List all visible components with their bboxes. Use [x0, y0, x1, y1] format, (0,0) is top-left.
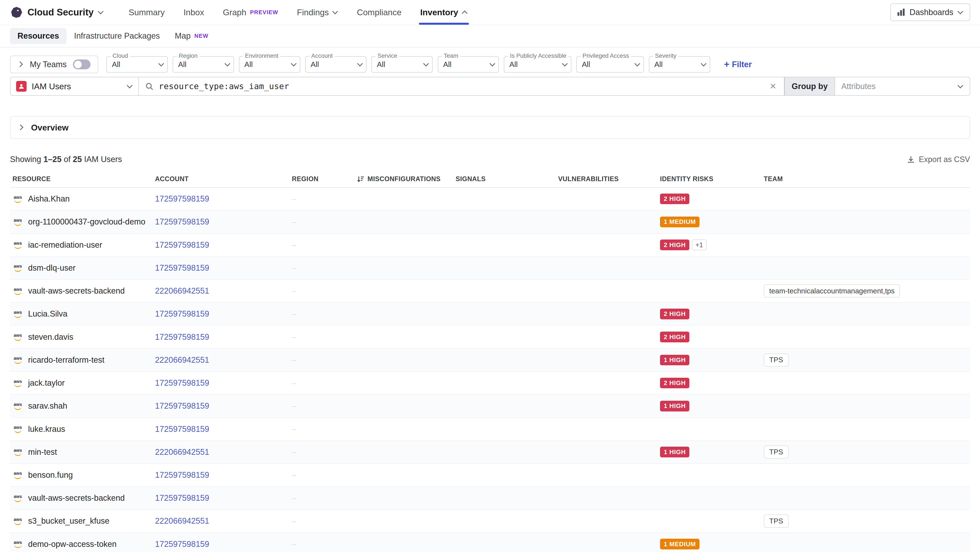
- table-row[interactable]: awsorg-1100000437-govcloud-demo172597598…: [10, 211, 970, 233]
- my-teams-control[interactable]: My Teams: [10, 56, 99, 73]
- resource-name[interactable]: s3_bucket_user_kfuse: [28, 516, 110, 526]
- add-filter-button[interactable]: + Filter: [724, 59, 752, 70]
- table-row[interactable]: awsricardo-terraform-test222066942551–1 …: [10, 349, 970, 372]
- nav-item-inbox[interactable]: Inbox: [183, 0, 204, 25]
- account-link[interactable]: 172597598159: [155, 217, 209, 227]
- account-link[interactable]: 172597598159: [155, 401, 209, 410]
- account-link[interactable]: 172597598159: [155, 424, 209, 434]
- column-header-team[interactable]: TEAM: [761, 175, 970, 183]
- account-link[interactable]: 222066942551: [155, 447, 209, 457]
- table-row[interactable]: awsvault-aws-secrets-backend222066942551…: [10, 280, 970, 303]
- identity-risk-badge[interactable]: 2 HIGH: [660, 378, 689, 388]
- identity-risk-badge[interactable]: 1 MEDIUM: [660, 539, 700, 549]
- identity-risk-badge[interactable]: 2 HIGH: [660, 309, 689, 319]
- tab-resources[interactable]: Resources: [10, 28, 67, 44]
- table-row[interactable]: awss3_bucket_user_kfuse222066942551–TPS: [10, 510, 970, 533]
- identity-risk-badge[interactable]: 1 HIGH: [660, 355, 689, 365]
- account-link[interactable]: 222066942551: [155, 516, 209, 526]
- filter-service[interactable]: ServiceAll: [372, 56, 433, 73]
- column-header-resource[interactable]: RESOURCE: [10, 175, 153, 183]
- table-row[interactable]: awsbenson.fung172597598159–: [10, 464, 970, 487]
- table-row[interactable]: awsdemo-opw-access-token172597598159–1 M…: [10, 533, 970, 552]
- column-header-vulnerabilities[interactable]: VULNERABILITIES: [556, 175, 658, 183]
- column-header-region[interactable]: REGION: [290, 175, 354, 183]
- group-by-select[interactable]: Attributes: [835, 77, 970, 96]
- table-row[interactable]: awsjack.taylor172597598159–2 HIGH: [10, 372, 970, 395]
- account-link[interactable]: 172597598159: [155, 332, 209, 342]
- export-csv-button[interactable]: Export as CSV: [907, 155, 970, 164]
- search-query[interactable]: resource_type:aws_iam_user: [159, 81, 764, 91]
- clear-search-icon[interactable]: ✕: [768, 81, 778, 91]
- column-header-misconfigurations[interactable]: MISCONFIGURATIONS: [354, 175, 453, 183]
- resource-name[interactable]: ricardo-terraform-test: [28, 356, 105, 365]
- account-link[interactable]: 172597598159: [155, 378, 209, 388]
- nav-item-graph[interactable]: GraphPREVIEW: [223, 0, 278, 25]
- tab-map[interactable]: MapNEW: [167, 28, 216, 44]
- resource-name[interactable]: jack.taylor: [28, 378, 65, 388]
- nav-item-summary[interactable]: Summary: [129, 0, 165, 25]
- tab-infrastructure-packages[interactable]: Infrastructure Packages: [67, 28, 167, 44]
- table-row[interactable]: awsvault-aws-secrets-backend172597598159…: [10, 487, 970, 510]
- identity-risk-badge[interactable]: 1 MEDIUM: [660, 217, 700, 227]
- table-row[interactable]: awsAisha.Khan172597598159–2 HIGH: [10, 188, 970, 211]
- resource-name[interactable]: vault-aws-secrets-backend: [28, 286, 125, 295]
- filter-region[interactable]: RegionAll: [173, 56, 234, 73]
- filter-account[interactable]: AccountAll: [305, 56, 367, 73]
- filter-cloud[interactable]: CloudAll: [107, 56, 168, 73]
- resource-name[interactable]: dsm-dlq-user: [28, 263, 75, 273]
- resource-type-select[interactable]: IAM Users: [10, 77, 139, 96]
- account-link[interactable]: 172597598159: [155, 309, 209, 319]
- resource-name[interactable]: Lucia.Silva: [28, 309, 67, 319]
- resource-name[interactable]: sarav.shah: [28, 401, 67, 410]
- table-row[interactable]: awsiac-remediation-user172597598159–2 HI…: [10, 234, 970, 257]
- resource-name[interactable]: luke.kraus: [28, 424, 65, 434]
- resource-name[interactable]: iac-remediation-user: [28, 240, 102, 250]
- more-risks-badge[interactable]: +1: [692, 239, 706, 250]
- identity-risk-badge[interactable]: 2 HIGH: [660, 332, 689, 342]
- search-box[interactable]: resource_type:aws_iam_user ✕: [139, 77, 784, 96]
- team-badge[interactable]: team-technicalaccountmanagement,tps: [764, 284, 900, 297]
- team-badge[interactable]: TPS: [764, 514, 789, 528]
- identity-risk-badge[interactable]: 2 HIGH: [660, 194, 689, 204]
- overview-panel[interactable]: Overview: [10, 116, 970, 139]
- account-link[interactable]: 172597598159: [155, 471, 209, 480]
- account-link[interactable]: 172597598159: [155, 194, 209, 203]
- identity-risk-badge[interactable]: 1 HIGH: [660, 447, 689, 457]
- nav-item-compliance[interactable]: Compliance: [357, 0, 401, 25]
- resource-name[interactable]: vault-aws-secrets-backend: [28, 493, 125, 503]
- table-row[interactable]: awsLucia.Silva172597598159–2 HIGH: [10, 303, 970, 325]
- account-link[interactable]: 172597598159: [155, 493, 209, 503]
- dashboards-button[interactable]: Dashboards: [890, 3, 970, 21]
- identity-risk-badge[interactable]: 2 HIGH: [660, 239, 689, 250]
- brand[interactable]: Cloud Security: [10, 0, 104, 25]
- column-header-account[interactable]: ACCOUNT: [153, 175, 290, 183]
- table-row[interactable]: awsdsm-dlq-user172597598159–: [10, 257, 970, 280]
- resource-name[interactable]: org-1100000437-govcloud-demo: [28, 217, 145, 227]
- resource-name[interactable]: min-test: [28, 447, 57, 457]
- resource-name[interactable]: benson.fung: [28, 471, 73, 480]
- nav-item-findings[interactable]: Findings: [297, 0, 338, 25]
- account-link[interactable]: 222066942551: [155, 286, 209, 295]
- column-header-identity-risks[interactable]: IDENTITY RISKS: [657, 175, 761, 183]
- resource-name[interactable]: steven.davis: [28, 332, 73, 342]
- team-badge[interactable]: TPS: [764, 445, 789, 459]
- column-header-signals[interactable]: SIGNALS: [453, 175, 556, 183]
- filter-privileged-access[interactable]: Privileged AccessAll: [576, 56, 644, 73]
- filter-severity[interactable]: SeverityAll: [649, 56, 710, 73]
- table-row[interactable]: awssarav.shah172597598159–1 HIGH: [10, 395, 970, 418]
- table-row[interactable]: awsluke.kraus172597598159–: [10, 418, 970, 440]
- account-link[interactable]: 222066942551: [155, 356, 209, 365]
- my-teams-toggle[interactable]: [73, 59, 91, 70]
- account-link[interactable]: 172597598159: [155, 240, 209, 250]
- filter-environment[interactable]: EnvironmentAll: [239, 56, 300, 73]
- filter-is-publicly-accessible[interactable]: Is Publicly AccessibleAll: [504, 56, 571, 73]
- table-row[interactable]: awssteven.davis172597598159–2 HIGH: [10, 325, 970, 349]
- team-badge[interactable]: TPS: [764, 354, 789, 367]
- nav-item-inventory[interactable]: Inventory: [420, 0, 468, 25]
- table-row[interactable]: awsmin-test222066942551–1 HIGHTPS: [10, 441, 970, 464]
- account-link[interactable]: 172597598159: [155, 263, 209, 273]
- account-link[interactable]: 172597598159: [155, 539, 209, 549]
- resource-name[interactable]: Aisha.Khan: [28, 194, 70, 203]
- filter-team[interactable]: TeamAll: [438, 56, 499, 73]
- resource-name[interactable]: demo-opw-access-token: [28, 539, 117, 549]
